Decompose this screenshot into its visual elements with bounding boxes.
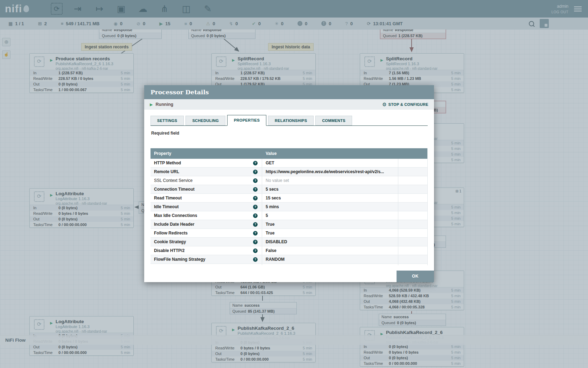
- help-icon[interactable]: ?: [253, 231, 258, 236]
- processor-state-label: Running: [155, 102, 173, 107]
- property-value: DISABLED: [262, 238, 398, 246]
- property-value: GET: [262, 159, 398, 167]
- property-row-remote-url: Remote URL?https://www.pegelonline.wsv.d…: [150, 168, 427, 176]
- property-value: No value set: [262, 176, 398, 185]
- ok-button[interactable]: OK: [397, 271, 434, 282]
- property-value: True: [262, 220, 398, 229]
- column-value: Value: [262, 148, 398, 159]
- property-row-disable-http-2: Disable HTTP/2?False: [150, 246, 427, 255]
- property-value: RANDOM: [262, 255, 398, 264]
- property-value: 15 secs: [262, 194, 398, 202]
- gear-icon: ⚙: [382, 102, 387, 107]
- property-value: No value set: [262, 264, 398, 265]
- help-icon[interactable]: ?: [253, 222, 258, 227]
- property-value: https://www.pegelonline.wsv.de/webservic…: [262, 168, 398, 176]
- processor-details-dialog: Processor Details ▶ Running ⚙ STOP & CON…: [144, 85, 434, 282]
- tab-settings[interactable]: SETTINGS: [150, 116, 184, 125]
- property-row-read-timeout: Read Timeout?15 secs: [150, 194, 427, 203]
- dialog-title: Processor Details: [144, 85, 434, 99]
- property-row-http-method: HTTP Method?GET: [150, 159, 427, 168]
- dialog-tabs: SETTINGSSCHEDULINGPROPERTIESRELATIONSHIP…: [150, 115, 428, 126]
- property-row-idle-timeout: Idle Timeout?5 mins: [150, 203, 427, 211]
- stop-and-configure-button[interactable]: ⚙ STOP & CONFIGURE: [382, 102, 428, 107]
- running-state-icon: ▶: [150, 102, 153, 107]
- property-row-include-date-header: Include Date Header?True: [150, 220, 427, 229]
- property-value: 5: [262, 211, 398, 220]
- required-field-note: Required field: [151, 131, 428, 136]
- help-icon[interactable]: ?: [253, 257, 258, 262]
- help-icon[interactable]: ?: [253, 178, 258, 183]
- tab-relationships[interactable]: RELATIONSHIPS: [268, 116, 314, 125]
- help-icon[interactable]: ?: [253, 248, 258, 253]
- property-value: 5 mins: [262, 203, 398, 211]
- property-row-follow-redirects: Follow Redirects?True: [150, 229, 427, 238]
- property-value: 5 secs: [262, 185, 398, 193]
- property-row-max-idle-connections: Max Idle Connections?5: [150, 211, 427, 220]
- property-value: False: [262, 246, 398, 255]
- property-value: True: [262, 229, 398, 237]
- help-icon[interactable]: ?: [253, 240, 258, 244]
- help-icon[interactable]: ?: [253, 205, 258, 209]
- help-icon[interactable]: ?: [253, 213, 258, 218]
- property-row-cookie-strategy: Cookie Strategy?DISABLED: [150, 238, 427, 246]
- properties-table-header: Property Value: [150, 148, 427, 159]
- help-icon[interactable]: ?: [253, 161, 258, 165]
- column-property: Property: [150, 148, 262, 159]
- properties-table: Property Value HTTP Method?GETRemote URL…: [150, 148, 428, 265]
- help-icon[interactable]: ?: [253, 170, 258, 174]
- help-icon[interactable]: ?: [253, 196, 258, 200]
- tab-scheduling[interactable]: SCHEDULING: [186, 116, 225, 125]
- tab-comments[interactable]: COMMENTS: [315, 116, 352, 125]
- property-row-ssl-context-service: SSL Context Service?No value set: [150, 176, 427, 185]
- tab-properties[interactable]: PROPERTIES: [227, 115, 266, 126]
- property-row-attributes-to-send: Attributes to Send?No value set: [150, 264, 427, 265]
- property-row-flowfile-naming-strategy: FlowFile Naming Strategy?RANDOM: [150, 255, 427, 264]
- property-row-connection-timeout: Connection Timeout?5 secs: [150, 185, 427, 194]
- help-icon[interactable]: ?: [253, 187, 258, 192]
